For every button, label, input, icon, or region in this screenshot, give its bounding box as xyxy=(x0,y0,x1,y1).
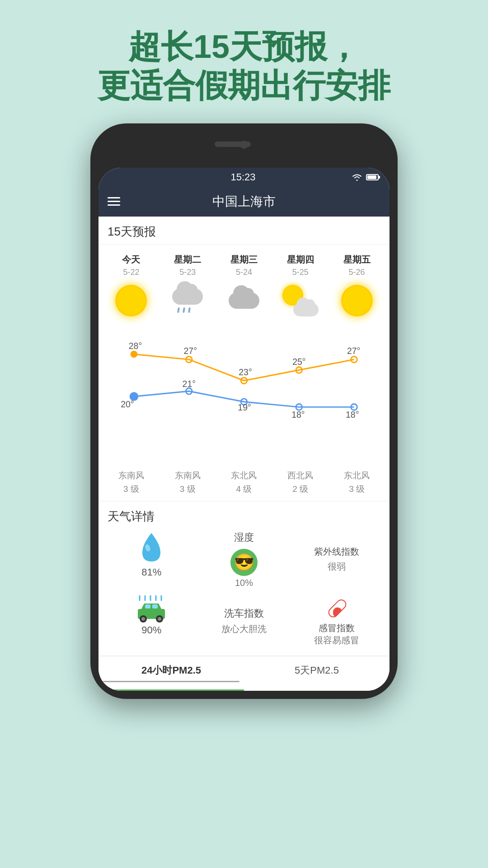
low-label-3: 19° xyxy=(238,402,251,412)
tab-indicator-24h xyxy=(103,681,239,682)
day-date-5: 5-26 xyxy=(349,268,365,277)
high-label-1: 28° xyxy=(129,341,142,351)
detail-humidity-icon: 81% xyxy=(108,531,196,588)
wind-row: 东南风3 级 东南风3 级 东北风4 级 西北风2 级 东北风3 级 xyxy=(99,464,389,501)
day-name-4: 星期四 xyxy=(287,254,314,266)
humidity-value: 81% xyxy=(141,566,161,578)
carwash-status: 放心大胆洗 xyxy=(221,623,267,635)
svg-rect-10 xyxy=(145,604,150,609)
low-label-1: 20° xyxy=(121,399,134,409)
partly-cloudy-icon xyxy=(282,285,319,316)
weather-icon-1 xyxy=(113,283,149,319)
sunglass-value: 10% xyxy=(235,578,253,588)
headline: 超长15天预报， 更适合假期出行安排 xyxy=(0,0,488,123)
low-label-4: 18° xyxy=(291,410,305,420)
weather-icon-5 xyxy=(339,283,375,319)
weather-icon-2 xyxy=(169,283,206,319)
status-bar: 15:23 xyxy=(99,168,389,187)
menu-icon[interactable] xyxy=(108,197,120,206)
phone-mockup: 15:23 xyxy=(90,123,398,699)
day-name-1: 今天 xyxy=(122,254,140,266)
status-icons xyxy=(352,173,380,181)
details-row-1: 81% 湿度 😎 10% 紫外线指数 xyxy=(108,531,380,588)
day-date-3: 5-24 xyxy=(236,268,252,277)
high-label-5: 27° xyxy=(347,346,360,356)
carwash-label-text: 洗车指数 xyxy=(224,607,264,620)
app-title: 中国上海市 xyxy=(129,193,359,210)
app-content: 15天预报 今天 5-22 星期二 5-23 xyxy=(99,217,389,691)
humidity-label-text: 湿度 xyxy=(234,531,254,544)
day-name-3: 星期三 xyxy=(230,254,258,266)
low-label-5: 18° xyxy=(346,410,359,420)
forecast-day-3: 星期三 5-24 xyxy=(216,249,272,329)
status-time: 15:23 xyxy=(135,171,352,183)
cold-label: 感冒指数 xyxy=(319,622,355,634)
sunglass-icon: 😎 xyxy=(230,549,258,576)
detail-humidity-label: 湿度 😎 10% xyxy=(200,531,288,588)
uv-label: 紫外线指数 xyxy=(314,546,359,558)
uv-value: 很弱 xyxy=(328,561,346,573)
chart-svg: 28° 27° 23° 25° 27° xyxy=(108,333,380,460)
high-label-3: 23° xyxy=(239,367,252,377)
temperature-chart: 28° 27° 23° 25° 27° xyxy=(99,329,389,464)
svg-rect-2 xyxy=(379,176,380,179)
svg-rect-11 xyxy=(152,604,158,609)
day-date-2: 5-23 xyxy=(179,268,196,277)
detail-uv: 紫外线指数 很弱 xyxy=(292,531,380,588)
phone-camera xyxy=(240,141,248,149)
tab-pm25-24h[interactable]: 24小时PM2.5 xyxy=(99,656,244,691)
wind-cell-1: 东南风3 级 xyxy=(103,469,160,496)
day-name-5: 星期五 xyxy=(343,254,371,266)
high-dot-1 xyxy=(131,350,138,358)
wind-cell-5: 东北风3 级 xyxy=(328,469,385,496)
battery-icon xyxy=(366,174,380,181)
water-drop-icon xyxy=(138,531,165,565)
forecast-row: 今天 5-22 星期二 5-23 xyxy=(99,245,389,329)
details-header: 天气详情 xyxy=(108,509,380,524)
wind-cell-3: 东北风4 级 xyxy=(216,469,272,496)
svg-rect-1 xyxy=(367,175,376,179)
day-name-2: 星期二 xyxy=(174,254,201,266)
details-row-2: 90% 洗车指数 放心大胆洗 xyxy=(108,595,380,646)
cloud-rain-icon xyxy=(172,288,203,313)
details-section: 天气详情 81% 湿度 xyxy=(99,501,389,656)
humidity-status: 😎 xyxy=(230,549,258,576)
headline-line1: 超长15天预报， xyxy=(0,27,488,66)
car-wash-icon xyxy=(135,595,168,623)
page-background: 超长15天预报， 更适合假期出行安排 15:23 xyxy=(0,0,488,699)
sun-icon-5 xyxy=(341,285,373,316)
forecast-day-1: 今天 5-22 xyxy=(103,249,160,329)
forecast-section-title: 15天预报 xyxy=(99,217,389,245)
svg-point-15 xyxy=(158,617,161,621)
wind-cell-4: 西北风2 级 xyxy=(272,469,328,496)
weather-icon-3 xyxy=(226,283,262,319)
wind-cell-2: 东南风3 级 xyxy=(160,469,216,496)
svg-point-13 xyxy=(141,617,145,621)
forecast-day-4: 星期四 5-25 xyxy=(272,249,328,329)
pill-icon xyxy=(324,595,349,620)
high-label-2: 27° xyxy=(184,346,197,356)
wifi-icon xyxy=(352,173,362,181)
detail-carwash-label: 洗车指数 放心大胆洗 xyxy=(200,595,288,646)
day-date-4: 5-25 xyxy=(292,268,309,277)
headline-line2: 更适合假期出行安排 xyxy=(0,66,488,105)
phone-screen: 15:23 xyxy=(99,168,389,691)
tab-pm25-5d[interactable]: 5天PM2.5 xyxy=(244,656,389,691)
weather-icon-4 xyxy=(282,283,319,319)
forecast-day-5: 星期五 5-26 xyxy=(328,249,385,329)
day-date-1: 5-22 xyxy=(123,268,139,277)
phone-top-bar xyxy=(99,132,389,168)
bottom-tabs: 24小时PM2.5 5天PM2.5 xyxy=(99,656,389,691)
sun-icon-1 xyxy=(115,285,147,316)
high-label-4: 25° xyxy=(292,357,305,367)
forecast-day-2: 星期二 5-23 xyxy=(160,249,216,329)
low-label-2: 21° xyxy=(183,378,196,388)
cold-status: 很容易感冒 xyxy=(314,634,359,646)
detail-carwash-icon: 90% xyxy=(108,595,196,646)
app-header: 中国上海市 xyxy=(99,187,389,217)
carwash-value: 90% xyxy=(141,624,161,636)
cloud-icon xyxy=(229,292,259,309)
detail-cold: 感冒指数 很容易感冒 xyxy=(292,595,380,646)
